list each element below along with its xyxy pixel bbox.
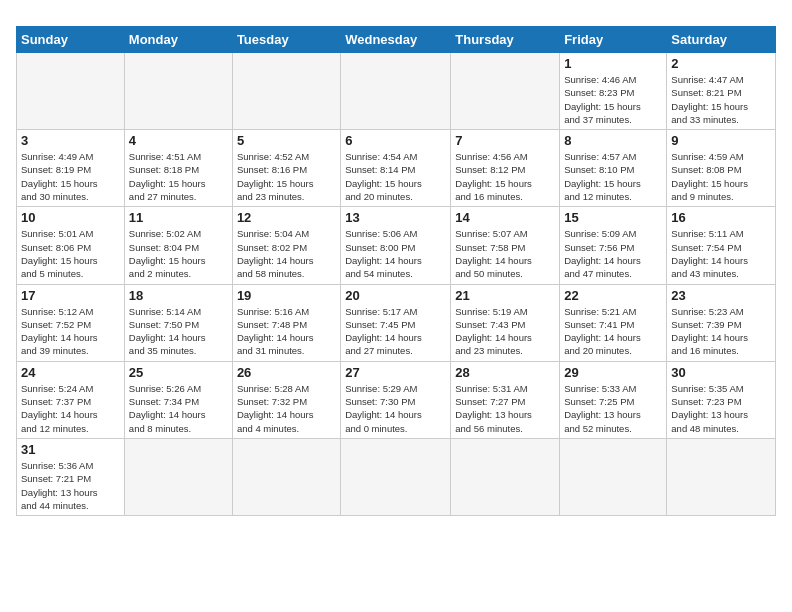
day-number: 2: [671, 56, 771, 71]
calendar-cell: 19Sunrise: 5:16 AM Sunset: 7:48 PM Dayli…: [232, 284, 340, 361]
calendar-cell: 23Sunrise: 5:23 AM Sunset: 7:39 PM Dayli…: [667, 284, 776, 361]
day-number: 19: [237, 288, 336, 303]
calendar-cell: [341, 53, 451, 130]
calendar-cell: [451, 438, 560, 515]
day-info: Sunrise: 5:17 AM Sunset: 7:45 PM Dayligh…: [345, 305, 446, 358]
calendar-cell: [232, 438, 340, 515]
day-number: 16: [671, 210, 771, 225]
day-number: 23: [671, 288, 771, 303]
calendar-cell: 27Sunrise: 5:29 AM Sunset: 7:30 PM Dayli…: [341, 361, 451, 438]
day-info: Sunrise: 5:33 AM Sunset: 7:25 PM Dayligh…: [564, 382, 662, 435]
calendar-cell: [124, 53, 232, 130]
day-info: Sunrise: 4:54 AM Sunset: 8:14 PM Dayligh…: [345, 150, 446, 203]
day-info: Sunrise: 5:29 AM Sunset: 7:30 PM Dayligh…: [345, 382, 446, 435]
day-number: 10: [21, 210, 120, 225]
day-number: 31: [21, 442, 120, 457]
calendar-cell: 13Sunrise: 5:06 AM Sunset: 8:00 PM Dayli…: [341, 207, 451, 284]
day-number: 29: [564, 365, 662, 380]
weekday-header-wednesday: Wednesday: [341, 27, 451, 53]
day-number: 21: [455, 288, 555, 303]
day-number: 7: [455, 133, 555, 148]
day-number: 3: [21, 133, 120, 148]
day-info: Sunrise: 4:57 AM Sunset: 8:10 PM Dayligh…: [564, 150, 662, 203]
day-number: 6: [345, 133, 446, 148]
day-info: Sunrise: 4:52 AM Sunset: 8:16 PM Dayligh…: [237, 150, 336, 203]
day-number: 15: [564, 210, 662, 225]
calendar-table: SundayMondayTuesdayWednesdayThursdayFrid…: [16, 26, 776, 516]
day-info: Sunrise: 5:21 AM Sunset: 7:41 PM Dayligh…: [564, 305, 662, 358]
calendar-cell: 25Sunrise: 5:26 AM Sunset: 7:34 PM Dayli…: [124, 361, 232, 438]
calendar-cell: 1Sunrise: 4:46 AM Sunset: 8:23 PM Daylig…: [560, 53, 667, 130]
day-info: Sunrise: 5:09 AM Sunset: 7:56 PM Dayligh…: [564, 227, 662, 280]
week-row-1: 1Sunrise: 4:46 AM Sunset: 8:23 PM Daylig…: [17, 53, 776, 130]
calendar-cell: 8Sunrise: 4:57 AM Sunset: 8:10 PM Daylig…: [560, 130, 667, 207]
week-row-3: 10Sunrise: 5:01 AM Sunset: 8:06 PM Dayli…: [17, 207, 776, 284]
calendar-cell: 20Sunrise: 5:17 AM Sunset: 7:45 PM Dayli…: [341, 284, 451, 361]
calendar-cell: 31Sunrise: 5:36 AM Sunset: 7:21 PM Dayli…: [17, 438, 125, 515]
calendar-cell: 7Sunrise: 4:56 AM Sunset: 8:12 PM Daylig…: [451, 130, 560, 207]
day-info: Sunrise: 4:51 AM Sunset: 8:18 PM Dayligh…: [129, 150, 228, 203]
day-number: 18: [129, 288, 228, 303]
calendar-cell: 29Sunrise: 5:33 AM Sunset: 7:25 PM Dayli…: [560, 361, 667, 438]
week-row-5: 24Sunrise: 5:24 AM Sunset: 7:37 PM Dayli…: [17, 361, 776, 438]
day-info: Sunrise: 4:59 AM Sunset: 8:08 PM Dayligh…: [671, 150, 771, 203]
day-number: 8: [564, 133, 662, 148]
day-number: 27: [345, 365, 446, 380]
day-info: Sunrise: 5:16 AM Sunset: 7:48 PM Dayligh…: [237, 305, 336, 358]
calendar-cell: [341, 438, 451, 515]
day-info: Sunrise: 5:12 AM Sunset: 7:52 PM Dayligh…: [21, 305, 120, 358]
day-number: 25: [129, 365, 228, 380]
calendar-cell: 28Sunrise: 5:31 AM Sunset: 7:27 PM Dayli…: [451, 361, 560, 438]
calendar-cell: 17Sunrise: 5:12 AM Sunset: 7:52 PM Dayli…: [17, 284, 125, 361]
calendar-cell: 2Sunrise: 4:47 AM Sunset: 8:21 PM Daylig…: [667, 53, 776, 130]
calendar-cell: 16Sunrise: 5:11 AM Sunset: 7:54 PM Dayli…: [667, 207, 776, 284]
day-info: Sunrise: 5:26 AM Sunset: 7:34 PM Dayligh…: [129, 382, 228, 435]
day-number: 20: [345, 288, 446, 303]
day-number: 11: [129, 210, 228, 225]
day-info: Sunrise: 5:28 AM Sunset: 7:32 PM Dayligh…: [237, 382, 336, 435]
day-number: 28: [455, 365, 555, 380]
calendar-cell: 3Sunrise: 4:49 AM Sunset: 8:19 PM Daylig…: [17, 130, 125, 207]
calendar-cell: 10Sunrise: 5:01 AM Sunset: 8:06 PM Dayli…: [17, 207, 125, 284]
day-info: Sunrise: 5:11 AM Sunset: 7:54 PM Dayligh…: [671, 227, 771, 280]
calendar-cell: 24Sunrise: 5:24 AM Sunset: 7:37 PM Dayli…: [17, 361, 125, 438]
weekday-header-thursday: Thursday: [451, 27, 560, 53]
day-info: Sunrise: 5:24 AM Sunset: 7:37 PM Dayligh…: [21, 382, 120, 435]
day-info: Sunrise: 5:23 AM Sunset: 7:39 PM Dayligh…: [671, 305, 771, 358]
day-info: Sunrise: 4:46 AM Sunset: 8:23 PM Dayligh…: [564, 73, 662, 126]
day-number: 5: [237, 133, 336, 148]
day-info: Sunrise: 4:47 AM Sunset: 8:21 PM Dayligh…: [671, 73, 771, 126]
day-info: Sunrise: 5:07 AM Sunset: 7:58 PM Dayligh…: [455, 227, 555, 280]
day-number: 30: [671, 365, 771, 380]
day-number: 14: [455, 210, 555, 225]
day-number: 22: [564, 288, 662, 303]
weekday-header-friday: Friday: [560, 27, 667, 53]
calendar-cell: 30Sunrise: 5:35 AM Sunset: 7:23 PM Dayli…: [667, 361, 776, 438]
day-info: Sunrise: 5:36 AM Sunset: 7:21 PM Dayligh…: [21, 459, 120, 512]
day-info: Sunrise: 5:06 AM Sunset: 8:00 PM Dayligh…: [345, 227, 446, 280]
calendar-cell: 12Sunrise: 5:04 AM Sunset: 8:02 PM Dayli…: [232, 207, 340, 284]
day-info: Sunrise: 5:01 AM Sunset: 8:06 PM Dayligh…: [21, 227, 120, 280]
day-number: 13: [345, 210, 446, 225]
calendar-cell: 21Sunrise: 5:19 AM Sunset: 7:43 PM Dayli…: [451, 284, 560, 361]
day-info: Sunrise: 5:14 AM Sunset: 7:50 PM Dayligh…: [129, 305, 228, 358]
calendar-cell: 22Sunrise: 5:21 AM Sunset: 7:41 PM Dayli…: [560, 284, 667, 361]
calendar-cell: [124, 438, 232, 515]
weekday-header-saturday: Saturday: [667, 27, 776, 53]
day-number: 26: [237, 365, 336, 380]
day-info: Sunrise: 5:02 AM Sunset: 8:04 PM Dayligh…: [129, 227, 228, 280]
calendar-cell: 14Sunrise: 5:07 AM Sunset: 7:58 PM Dayli…: [451, 207, 560, 284]
day-number: 4: [129, 133, 228, 148]
day-info: Sunrise: 5:19 AM Sunset: 7:43 PM Dayligh…: [455, 305, 555, 358]
calendar-cell: [667, 438, 776, 515]
week-row-4: 17Sunrise: 5:12 AM Sunset: 7:52 PM Dayli…: [17, 284, 776, 361]
day-number: 17: [21, 288, 120, 303]
weekday-header-sunday: Sunday: [17, 27, 125, 53]
calendar-cell: 5Sunrise: 4:52 AM Sunset: 8:16 PM Daylig…: [232, 130, 340, 207]
calendar-cell: [451, 53, 560, 130]
day-number: 24: [21, 365, 120, 380]
page: General Blue SundayMondayTuesdayWednesda…: [0, 0, 792, 612]
day-info: Sunrise: 4:56 AM Sunset: 8:12 PM Dayligh…: [455, 150, 555, 203]
week-row-6: 31Sunrise: 5:36 AM Sunset: 7:21 PM Dayli…: [17, 438, 776, 515]
weekday-header-tuesday: Tuesday: [232, 27, 340, 53]
